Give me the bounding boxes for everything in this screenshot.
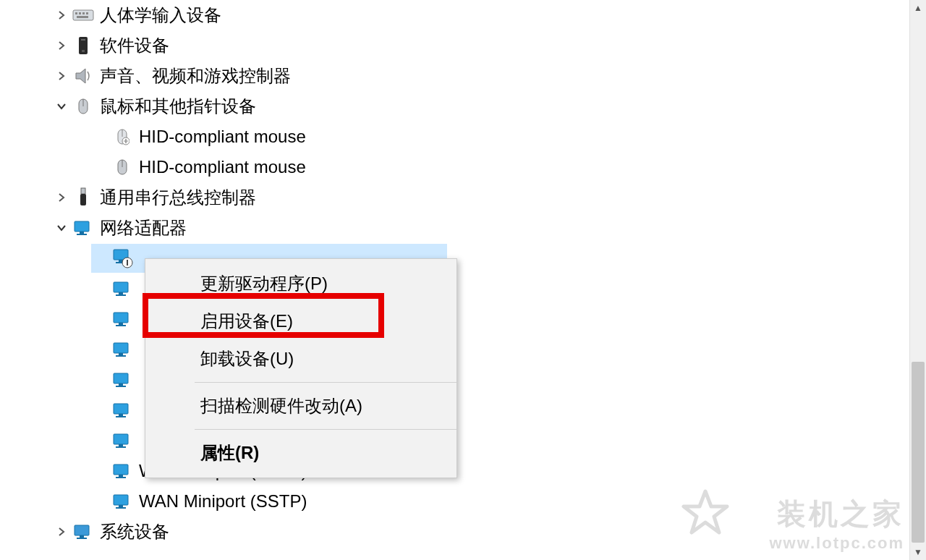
expand-icon[interactable] <box>52 10 71 20</box>
context-menu: 更新驱动程序(P) 启用设备(E) 卸载设备(U) 扫描检测硬件改动(A) 属性… <box>145 258 457 478</box>
svg-rect-36 <box>119 353 123 355</box>
svg-rect-46 <box>116 446 126 448</box>
usb-icon <box>71 187 95 208</box>
tree-item-wan-sstp[interactable]: WAN Miniport (SSTP) <box>0 486 897 517</box>
svg-rect-39 <box>119 383 123 386</box>
svg-rect-43 <box>116 416 126 417</box>
menu-uninstall-device[interactable]: 卸载设备(U) <box>145 340 456 378</box>
network-icon <box>110 310 135 328</box>
tree-item-hid-mouse-2[interactable]: HID-compliant mouse <box>0 152 897 182</box>
expand-icon[interactable] <box>52 527 71 537</box>
tree-item-hid-devices[interactable]: 人体学输入设备 <box>0 0 897 30</box>
svg-rect-55 <box>77 538 87 539</box>
tower-icon <box>71 35 95 56</box>
network-icon <box>71 219 95 237</box>
svg-rect-40 <box>116 386 126 387</box>
mouse-icon <box>71 96 95 116</box>
svg-rect-0 <box>73 10 93 20</box>
tree-item-label: 声音、视频和游戏控制器 <box>95 64 291 88</box>
expand-icon[interactable] <box>52 71 71 81</box>
svg-rect-8 <box>82 50 85 52</box>
watermark-url: www.lotpc.com <box>769 534 904 553</box>
svg-rect-21 <box>77 234 87 235</box>
svg-rect-37 <box>116 355 126 357</box>
menu-item-label: 扫描检测硬件改动(A) <box>200 396 362 415</box>
tree-item-label: HID-compliant mouse <box>135 127 306 147</box>
mouse-icon <box>110 157 135 177</box>
svg-rect-38 <box>114 373 128 383</box>
svg-rect-5 <box>77 16 88 18</box>
svg-rect-32 <box>114 313 128 323</box>
tree-item-mice-pointing[interactable]: 鼠标和其他指针设备 <box>0 91 897 122</box>
vertical-scrollbar[interactable]: ▲ ▼ <box>909 0 926 560</box>
watermark-star-icon <box>680 488 731 538</box>
network-icon <box>110 431 135 450</box>
network-icon <box>110 370 135 389</box>
tree-item-sound-video-game[interactable]: 声音、视频和游戏控制器 <box>0 61 897 91</box>
keyboard-icon <box>71 7 95 23</box>
svg-rect-54 <box>80 535 84 538</box>
svg-rect-50 <box>114 495 128 505</box>
tree-item-label: HID-compliant mouse <box>135 157 306 177</box>
network-icon <box>110 340 135 359</box>
svg-rect-49 <box>116 477 126 478</box>
tree-item-software-devices[interactable]: 软件设备 <box>0 30 897 61</box>
expand-icon[interactable] <box>52 192 71 203</box>
menu-properties[interactable]: 属性(R) <box>145 434 456 472</box>
svg-rect-7 <box>81 39 85 41</box>
svg-rect-17 <box>81 188 85 194</box>
svg-rect-48 <box>119 475 123 477</box>
svg-rect-4 <box>86 12 88 14</box>
network-icon <box>110 462 135 480</box>
svg-rect-1 <box>75 12 77 14</box>
collapse-icon[interactable] <box>52 223 71 233</box>
svg-rect-34 <box>116 325 126 326</box>
speaker-icon <box>71 66 95 86</box>
svg-rect-44 <box>114 434 128 444</box>
scroll-up-icon[interactable]: ▲ <box>910 0 926 16</box>
menu-item-label: 属性(R) <box>200 443 259 462</box>
menu-item-label: 启用设备(E) <box>200 311 293 331</box>
network-icon <box>110 401 135 420</box>
svg-rect-31 <box>116 294 126 296</box>
svg-rect-18 <box>80 194 86 205</box>
expand-icon[interactable] <box>52 41 71 51</box>
network-icon <box>110 279 135 298</box>
scroll-thumb[interactable] <box>912 362 925 543</box>
tree-item-label: 网络适配器 <box>95 216 187 239</box>
menu-scan-hardware[interactable]: 扫描检测硬件改动(A) <box>145 387 456 425</box>
svg-rect-45 <box>119 444 123 446</box>
tree-item-label: 人体学输入设备 <box>95 4 221 27</box>
svg-rect-19 <box>75 221 89 232</box>
menu-update-driver[interactable]: 更新驱动程序(P) <box>145 265 456 302</box>
tree-item-system-devices[interactable]: 系统设备 <box>0 517 897 547</box>
computer-icon <box>71 522 95 541</box>
svg-rect-41 <box>114 404 128 414</box>
tree-item-label: 软件设备 <box>95 34 169 57</box>
svg-rect-35 <box>114 343 128 353</box>
tree-item-label: 系统设备 <box>95 520 169 543</box>
network-disabled-icon <box>110 248 135 268</box>
tree-item-hid-mouse-1[interactable]: HID-compliant mouse <box>0 122 897 152</box>
svg-rect-2 <box>79 12 81 14</box>
scroll-down-icon[interactable]: ▼ <box>910 544 926 560</box>
menu-enable-device[interactable]: 启用设备(E) <box>145 302 456 340</box>
collapse-icon[interactable] <box>52 101 71 111</box>
svg-rect-52 <box>116 507 126 509</box>
tree-item-label: 鼠标和其他指针设备 <box>95 95 256 118</box>
svg-rect-42 <box>119 414 123 416</box>
menu-item-label: 卸载设备(U) <box>200 349 294 368</box>
tree-item-label: 通用串行总线控制器 <box>95 186 256 209</box>
tree-item-usb-controllers[interactable]: 通用串行总线控制器 <box>0 182 897 213</box>
menu-separator <box>195 429 456 430</box>
network-icon <box>110 492 135 511</box>
svg-rect-20 <box>80 232 84 234</box>
menu-separator <box>195 382 456 383</box>
menu-item-label: 更新驱动程序(P) <box>200 273 328 293</box>
svg-rect-53 <box>75 525 89 535</box>
svg-rect-29 <box>114 282 128 292</box>
mouse-icon <box>110 127 135 147</box>
tree-item-network-adapters[interactable]: 网络适配器 <box>0 213 897 243</box>
tree-item-label: WAN Miniport (SSTP) <box>135 491 307 512</box>
watermark-title: 装机之家 <box>777 498 904 530</box>
